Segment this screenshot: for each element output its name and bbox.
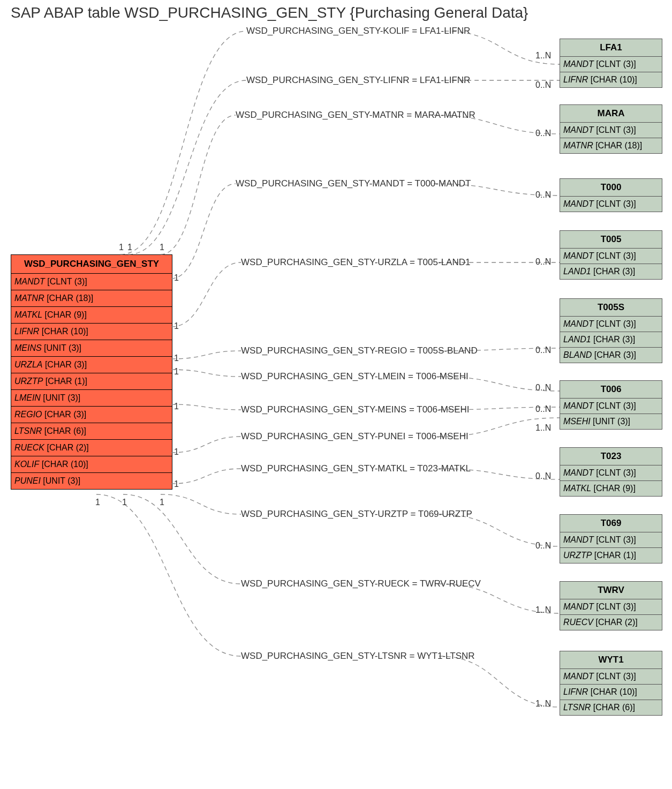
- main-field-row: PUNEI [UNIT (3)]: [11, 473, 172, 489]
- relation-label: WSD_PURCHASING_GEN_STY-URZTP = T069-URZT…: [241, 509, 472, 520]
- field-type: [UNIT (3)]: [41, 476, 80, 485]
- field-name: URZLA: [14, 360, 42, 369]
- relation-label: WSD_PURCHASING_GEN_STY-LMEIN = T006-MSEH…: [241, 371, 469, 382]
- main-field-row: MEINS [UNIT (3)]: [11, 340, 172, 357]
- target-entity-WYT1: WYT1MANDT [CLNT (3)]LIFNR [CHAR (10)]LTS…: [560, 651, 662, 716]
- relation-src-cardinality: 1: [160, 498, 164, 507]
- target-entity-LFA1: LFA1MANDT [CLNT (3)]LIFNR [CHAR (10)]: [560, 39, 662, 88]
- main-field-row: URZTP [CHAR (1)]: [11, 373, 172, 390]
- field-name: MANDT: [563, 401, 594, 410]
- field-name: PUNEI: [14, 476, 41, 485]
- relation-src-cardinality: 1: [95, 498, 100, 507]
- field-name: LIFNR: [563, 687, 588, 696]
- field-type: [CLNT (3)]: [594, 401, 636, 410]
- relation-tgt-cardinality: 1..N: [535, 699, 551, 709]
- main-field-row: LTSNR [CHAR (6)]: [11, 423, 172, 440]
- relation-label: WSD_PURCHASING_GEN_STY-MANDT = T000-MAND…: [236, 178, 471, 189]
- field-type: [CLNT (3)]: [594, 199, 636, 208]
- field-type: [CLNT (3)]: [594, 602, 636, 611]
- target-field-row: MANDT [CLNT (3)]: [560, 599, 662, 615]
- field-name: MANDT: [563, 535, 594, 544]
- field-name: REGIO: [14, 410, 42, 419]
- relation-label: WSD_PURCHASING_GEN_STY-MATNR = MARA-MATN…: [236, 110, 475, 121]
- field-name: MANDT: [563, 672, 594, 681]
- field-type: [CLNT (3)]: [594, 251, 636, 260]
- field-type: [CHAR (3)]: [42, 360, 87, 369]
- relation-tgt-cardinality: 0..N: [535, 80, 551, 90]
- field-name: LTSNR: [563, 703, 591, 712]
- relation-label: WSD_PURCHASING_GEN_STY-LTSNR = WYT1-LTSN…: [241, 651, 475, 662]
- target-header: T023: [560, 448, 662, 465]
- field-name: LTSNR: [14, 426, 42, 435]
- page-title: SAP ABAP table WSD_PURCHASING_GEN_STY {P…: [11, 4, 528, 21]
- target-entity-T069: T069MANDT [CLNT (3)]URZTP [CHAR (1)]: [560, 514, 662, 563]
- field-type: [CLNT (3)]: [45, 277, 87, 286]
- field-name: URZTP: [563, 551, 592, 560]
- field-type: [CHAR (10)]: [39, 327, 88, 336]
- field-type: [CHAR (3)]: [591, 335, 636, 344]
- field-name: MANDT: [563, 199, 594, 208]
- field-type: [CHAR (3)]: [592, 350, 636, 359]
- relation-label: WSD_PURCHASING_GEN_STY-KOLIF = LFA1-LIFN…: [246, 26, 470, 36]
- relation-src-cardinality: 1: [174, 273, 179, 283]
- field-type: [CHAR (2)]: [593, 618, 638, 627]
- field-type: [CHAR (9)]: [42, 310, 87, 319]
- field-name: RUECV: [563, 618, 593, 627]
- relation-tgt-cardinality: 1..N: [535, 605, 551, 615]
- main-field-row: MATKL [CHAR (9)]: [11, 307, 172, 324]
- field-type: [CLNT (3)]: [594, 319, 636, 328]
- field-name: LIFNR: [563, 75, 588, 84]
- field-name: KOLIF: [14, 460, 39, 469]
- target-field-row: BLAND [CHAR (3)]: [560, 348, 662, 363]
- target-field-row: URZTP [CHAR (1)]: [560, 548, 662, 563]
- relation-label: WSD_PURCHASING_GEN_STY-REGIO = T005S-BLA…: [241, 345, 478, 356]
- main-field-row: URZLA [CHAR (3)]: [11, 357, 172, 373]
- target-header: MARA: [560, 105, 662, 123]
- target-header: T000: [560, 179, 662, 197]
- field-type: [CHAR (1)]: [43, 377, 87, 386]
- main-field-row: MATNR [CHAR (18)]: [11, 290, 172, 307]
- relation-tgt-cardinality: 1..N: [535, 51, 551, 61]
- target-entity-MARA: MARAMANDT [CLNT (3)]MATNR [CHAR (18)]: [560, 104, 662, 154]
- relation-src-cardinality: 1: [174, 447, 179, 457]
- target-header: T069: [560, 515, 662, 532]
- relation-src-cardinality: 1: [122, 498, 127, 507]
- field-name: MATKL: [563, 484, 591, 493]
- relation-tgt-cardinality: 0..N: [535, 541, 551, 551]
- field-name: URZTP: [14, 377, 43, 386]
- relation-src-cardinality: 1: [174, 354, 179, 363]
- target-field-row: RUECV [CHAR (2)]: [560, 615, 662, 630]
- field-name: BLAND: [563, 350, 592, 359]
- relation-tgt-cardinality: 0..N: [535, 383, 551, 393]
- field-name: MATNR: [14, 294, 44, 303]
- target-header: T005: [560, 231, 662, 249]
- field-name: MSEHI: [563, 417, 591, 426]
- target-header: WYT1: [560, 651, 662, 669]
- field-type: [CLNT (3)]: [594, 672, 636, 681]
- relation-tgt-cardinality: 0..N: [535, 404, 551, 414]
- field-name: LAND1: [563, 335, 591, 344]
- target-header: TWRV: [560, 582, 662, 599]
- target-header: T006: [560, 381, 662, 399]
- relation-tgt-cardinality: 0..N: [535, 129, 551, 138]
- main-entity-header: WSD_PURCHASING_GEN_STY: [11, 255, 172, 274]
- target-field-row: MANDT [CLNT (3)]: [560, 123, 662, 138]
- field-type: [UNIT (3)]: [591, 417, 630, 426]
- field-name: MANDT: [563, 251, 594, 260]
- target-field-row: MATKL [CHAR (9)]: [560, 481, 662, 496]
- relation-src-cardinality: 1: [160, 243, 164, 252]
- field-type: [CHAR (18)]: [44, 294, 94, 303]
- relation-src-cardinality: 1: [119, 243, 124, 252]
- field-type: [CHAR (6)]: [42, 426, 86, 435]
- main-field-row: RUECK [CHAR (2)]: [11, 440, 172, 456]
- target-entity-T000: T000MANDT [CLNT (3)]: [560, 178, 662, 212]
- target-field-row: MSEHI [UNIT (3)]: [560, 414, 662, 429]
- field-name: MANDT: [563, 468, 594, 477]
- target-field-row: MANDT [CLNT (3)]: [560, 249, 662, 264]
- field-type: [CLNT (3)]: [594, 59, 636, 69]
- field-type: [CLNT (3)]: [594, 535, 636, 544]
- relation-src-cardinality: 1: [127, 243, 132, 252]
- target-field-row: LIFNR [CHAR (10)]: [560, 72, 662, 87]
- target-field-row: LIFNR [CHAR (10)]: [560, 685, 662, 700]
- relation-tgt-cardinality: 1..N: [535, 423, 551, 433]
